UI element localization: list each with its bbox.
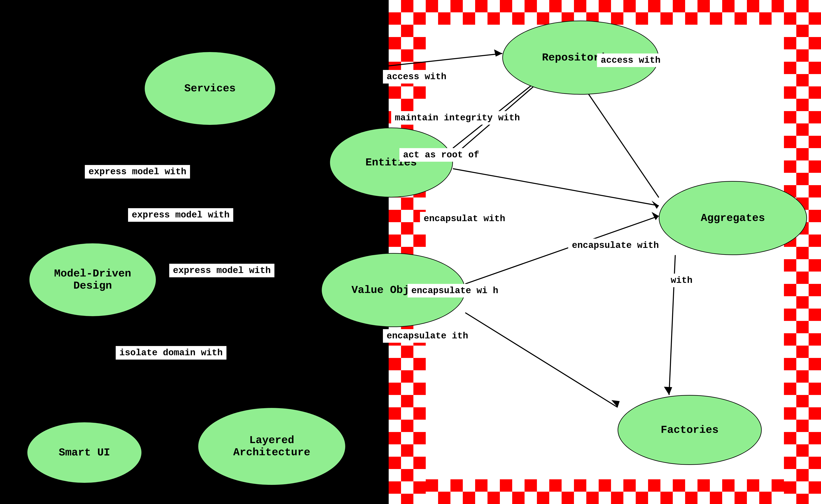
encapsulate-with-label-2: encapsulate with bbox=[568, 239, 663, 252]
x-marker: X bbox=[64, 385, 73, 402]
smart-ui-node: Smart UI bbox=[27, 422, 142, 483]
express-model-label-1: express model with bbox=[84, 165, 190, 179]
mutually-exclusive-label: mutually exclusive choices bbox=[19, 403, 124, 430]
svg-line-23 bbox=[156, 317, 268, 407]
access-with-label-1: access with bbox=[383, 70, 450, 84]
layered-architecture-node: Layered Architecture bbox=[197, 407, 346, 485]
act-as-root-label: act as root of bbox=[399, 148, 483, 162]
encapsulate-with-label-3: encapsulate wi h bbox=[408, 284, 502, 297]
services-node: Services bbox=[144, 51, 276, 125]
svg-line-25 bbox=[84, 317, 93, 407]
model-driven-design-node: Model-Driven Design bbox=[29, 243, 156, 317]
express-model-label-2: express model with bbox=[128, 208, 234, 222]
entities-node: Entities bbox=[329, 128, 453, 197]
checker-bottom bbox=[389, 479, 821, 504]
access-with-label-2: access with bbox=[597, 53, 664, 67]
isolate-domain-label: isolate domain with bbox=[115, 346, 227, 360]
encapsulate-with-label-4: encapsulate ith bbox=[383, 329, 472, 343]
factories-node: Factories bbox=[618, 395, 762, 465]
svg-marker-5 bbox=[313, 280, 321, 288]
svg-marker-1 bbox=[321, 142, 327, 150]
checker-top bbox=[389, 0, 821, 25]
with-label: with bbox=[667, 274, 696, 287]
svg-marker-3 bbox=[320, 159, 327, 167]
svg-marker-24 bbox=[263, 399, 271, 407]
aggregates-node: Aggregates bbox=[659, 181, 807, 255]
checker-right bbox=[784, 0, 821, 504]
express-model-label-3: express model with bbox=[169, 263, 275, 278]
maintain-integrity-label: maintain integrity with bbox=[391, 111, 523, 125]
encapsulate-with-label-1: encapsulat with bbox=[420, 212, 509, 225]
